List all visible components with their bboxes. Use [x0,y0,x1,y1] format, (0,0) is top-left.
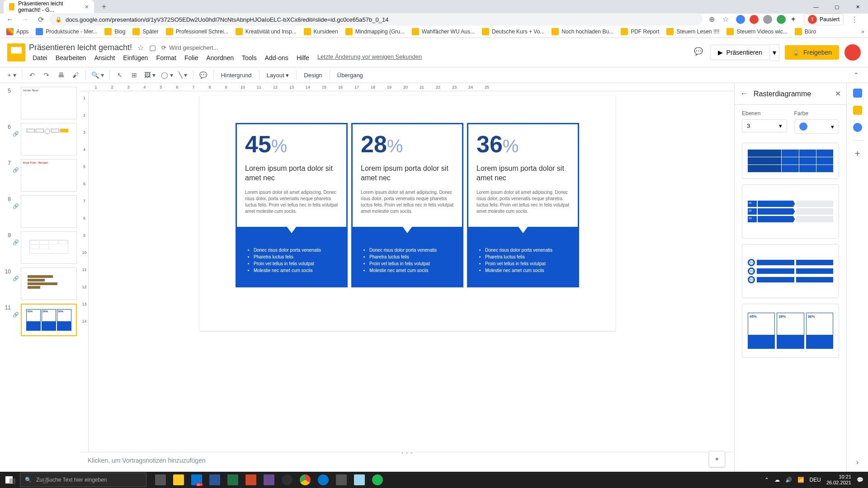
wifi-icon[interactable]: 📶 [797,477,804,483]
close-tab-icon[interactable]: × [85,3,89,10]
language-indicator[interactable]: DEU [810,477,821,483]
bookmark-apps[interactable]: Apps [4,27,31,36]
slide-thumbnail-5[interactable]: 5 Ich bin Teuvi. [0,85,80,121]
new-tab-button[interactable]: + [98,2,110,12]
tasks-icon[interactable] [853,123,862,132]
layout-button[interactable]: Layout ▾ [263,72,293,79]
maximize-button[interactable]: ▢ [826,0,847,14]
menu-help[interactable]: Hilfe [293,53,313,62]
info-card-1[interactable]: 45% Lorem ipsum porta dolor sit amet nec… [236,123,348,313]
forward-button[interactable]: → [19,13,32,26]
url-bar[interactable]: 🔒 docs.google.com/presentation/d/1yV372S… [50,13,703,26]
edge-icon[interactable] [315,472,332,488]
minimize-button[interactable]: — [806,0,826,14]
close-panel-icon[interactable]: ✕ [835,89,841,98]
bookmark-item[interactable]: Blog [102,27,128,36]
new-slide-button[interactable]: + ▾ [5,69,18,81]
extension-icon[interactable] [736,15,745,24]
chrome-icon[interactable] [297,472,314,488]
bookmark-item[interactable]: Mindmapping (Gru... [343,27,407,36]
line-button[interactable]: ╲ ▾ [177,69,189,81]
star-icon[interactable]: ☆ [137,43,144,52]
expand-sidebar-icon[interactable]: › [856,458,859,466]
bookmark-item[interactable]: PDF Report [618,27,662,36]
notepad-icon[interactable] [351,472,368,488]
bookmark-item[interactable]: Kreativität und Insp... [233,27,299,36]
notifications-icon[interactable]: 💬 [857,477,863,483]
print-button[interactable]: 🖶 [55,69,67,81]
volume-icon[interactable]: 🔊 [785,477,792,483]
zoom-button[interactable]: 🔍 ▾ [90,69,106,81]
file-explorer-icon[interactable] [170,472,187,488]
add-addon-icon[interactable]: + [853,149,862,158]
last-edit-link[interactable]: Letzte Änderung vor wenigen Sekunden [317,53,422,62]
present-button[interactable]: ▶ Präsentieren [710,45,770,60]
word-icon[interactable] [206,472,223,488]
transition-button[interactable]: Übergang [334,72,367,79]
present-dropdown[interactable]: ▾ [770,44,779,61]
bookmarks-overflow-icon[interactable]: » [861,28,864,35]
diagram-template-3[interactable]: 75%75%75% [742,244,839,298]
comments-icon[interactable]: 💬 [694,47,705,58]
reload-button[interactable]: ⟳ [34,13,47,26]
extension-icon[interactable] [763,15,772,24]
bookmark-item[interactable]: Wahlfächer WU Aus... [409,27,477,36]
slide-thumbnail-9[interactable]: 9 🔗 [0,230,80,266]
canvas-scroll[interactable]: 1234567891011121314 45% Lorem ipsum port… [80,91,734,452]
menu-insert[interactable]: Einfügen [119,53,151,62]
explore-button[interactable]: ✦ [709,451,725,467]
menu-tools[interactable]: Tools [238,53,260,62]
slide-panel[interactable]: 5 Ich bin Teuvi. 6 🔗 7 🔗 Erste Folie - B… [0,83,80,472]
image-button[interactable]: 🖼 ▾ [142,69,157,81]
design-button[interactable]: Design [300,72,326,79]
select-tool-button[interactable]: ↖ [113,69,126,81]
menu-arrange[interactable]: Anordnen [203,53,237,62]
share-button[interactable]: 🔒 Freigeben [785,45,839,60]
menu-file[interactable]: Datei [29,53,51,62]
background-button[interactable]: Hintergrund [217,72,255,79]
textbox-button[interactable]: ⊞ [128,69,141,81]
color-select[interactable]: ▾ [794,119,840,134]
menu-edit[interactable]: Bearbeiten [52,53,90,62]
slide-thumbnail-6[interactable]: 6 🔗 [0,121,80,157]
zoom-icon[interactable]: ⊕ [709,15,718,24]
slide-thumbnail-8[interactable]: 8 🔗 [0,193,80,230]
bookmark-item[interactable]: Kursideen [301,27,341,36]
slide-thumbnail-11[interactable]: 11 🔗 45% 28% 36% [0,302,80,338]
menu-slide[interactable]: Folie [181,53,202,62]
close-window-button[interactable]: ✕ [847,0,868,14]
diagram-templates[interactable]: 010203 75%75%75% 45% 28% 36% [735,139,846,472]
bookmark-item[interactable]: Produktsuche - Mer... [33,27,100,36]
diagram-template-1[interactable] [742,143,839,179]
shape-button[interactable]: ◯ ▾ [159,69,175,81]
slide-thumbnail-10[interactable]: 10 🔗 [0,266,80,302]
redo-button[interactable]: ↷ [40,69,53,81]
bookmark-item[interactable]: Professionell Schrei... [163,27,231,36]
bookmark-item[interactable]: Noch hochladen Bu... [549,27,616,36]
diagram-template-4[interactable]: 45% 28% 36% [742,304,839,358]
menu-addons[interactable]: Add-ons [261,53,292,62]
app-icon[interactable] [260,472,278,488]
comment-button[interactable]: 💬 [197,69,210,81]
onedrive-icon[interactable]: ☁ [774,477,780,483]
extension-icon[interactable] [750,15,759,24]
paint-format-button[interactable]: 🖌 [69,69,82,81]
spotify-icon[interactable] [369,472,386,488]
obs-icon[interactable] [278,472,296,488]
app-icon[interactable] [333,472,350,488]
bookmark-item[interactable]: Deutsche Kurs + Vo... [479,27,547,36]
back-arrow-icon[interactable]: ← [740,89,748,99]
bookmark-item[interactable]: Steuern Videos wic... [724,27,790,36]
bookmark-item[interactable]: Büro [792,27,819,36]
edge-icon[interactable]: 99+ [188,472,205,488]
clock[interactable]: 10:21 26.02.2021 [826,474,851,486]
browser-tab[interactable]: Präsentieren leicht gemacht! - G... × [4,0,94,14]
speaker-notes[interactable]: • • • Klicken, um Vortragsnotizen hinzuz… [80,452,734,472]
profile-avatar[interactable] [844,44,861,61]
document-title[interactable]: Präsentieren leicht gemacht! [29,43,132,52]
profile-paused-button[interactable]: T Pausiert [804,14,844,25]
info-card-2[interactable]: 28% Lorem ipsum porta dolor sit amet nec… [351,123,463,313]
info-card-3[interactable]: 36% Lorem ipsum porta dolor sit amet nec… [467,123,579,313]
slide-thumbnail-7[interactable]: 7 🔗 Erste Folie - Beispiel [0,157,80,193]
slide-canvas[interactable]: 45% Lorem ipsum porta dolor sit amet nec… [199,96,615,331]
